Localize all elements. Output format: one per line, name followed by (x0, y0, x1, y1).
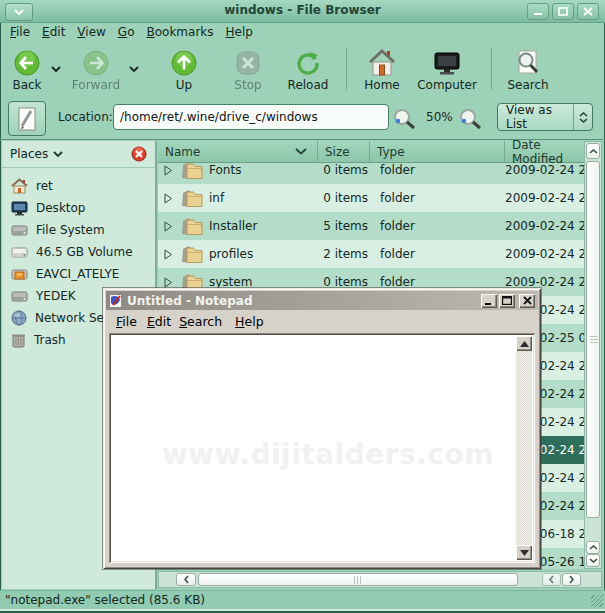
notepad-scroll-up-button[interactable] (516, 336, 532, 351)
hard-drive-icon (11, 245, 28, 259)
file-name: Installer (209, 219, 257, 233)
notepad-app-icon (109, 294, 123, 308)
notepad-titlebar[interactable]: Untitled - Notepad (106, 291, 538, 310)
menu-edit[interactable]: Edit (42, 25, 65, 39)
folder-icon (179, 163, 203, 180)
notepad-window: Untitled - Notepad File Edit Search Help (103, 288, 541, 569)
sidebar-item-file-system[interactable]: File System (2, 219, 155, 241)
notepad-menubar: File Edit Search Help (106, 311, 538, 332)
table-row[interactable]: profiles 2 items folder 2009-02-24 23:2 (158, 240, 584, 268)
sidebar-item-eavci-atelye[interactable]: EAVCI_ATELYE (2, 263, 155, 285)
notepad-close-button[interactable] (519, 294, 535, 308)
hard-drive-icon (11, 223, 28, 237)
horizontal-scroll-thumb[interactable] (198, 573, 518, 586)
vertical-scroll-thumb[interactable] (586, 161, 600, 518)
chevron-down-icon (129, 66, 139, 72)
notepad-scroll-down-button[interactable] (516, 545, 532, 560)
up-arrow-icon (169, 48, 199, 78)
view-mode-combo[interactable]: View as List (497, 103, 593, 131)
menu-view[interactable]: View (77, 25, 105, 39)
places-header[interactable]: Places (2, 141, 155, 168)
location-input[interactable] (113, 104, 389, 130)
table-row[interactable]: Installer 5 items folder 2009-02-24 23:2 (158, 212, 584, 240)
menu-go[interactable]: Go (118, 25, 135, 39)
notepad-menu-help[interactable]: Help (235, 314, 264, 329)
chevron-up-icon (589, 149, 598, 154)
file-name: inf (209, 191, 224, 205)
table-row[interactable]: inf 0 items folder 2009-02-24 23:2 (158, 184, 584, 212)
expander-icon[interactable] (164, 277, 173, 288)
edit-location-button[interactable] (8, 101, 46, 136)
back-button[interactable]: Back (6, 48, 48, 91)
notepad-menu-file[interactable]: File (116, 314, 137, 329)
column-header-size[interactable]: Size (318, 141, 370, 162)
toolbar: Back Forward Up (0, 42, 605, 96)
chevron-left-icon (184, 575, 189, 584)
menubar: File Edit View Go Bookmarks Help (0, 22, 605, 42)
sidebar-item-desktop[interactable]: Desktop (2, 197, 155, 219)
scroll-right-button[interactable] (562, 573, 581, 586)
search-icon (513, 48, 543, 78)
column-header-type[interactable]: Type (370, 141, 505, 162)
minimize-button[interactable] (527, 3, 549, 20)
close-button[interactable] (577, 3, 599, 20)
search-button[interactable]: Search (504, 48, 552, 91)
notepad-title: Untitled - Notepad (127, 294, 253, 308)
scroll-up-button-2[interactable] (586, 541, 600, 554)
zoom-out-icon (392, 108, 418, 130)
computer-button[interactable]: Computer (415, 48, 479, 91)
desktop-icon (11, 201, 28, 216)
chevron-up-icon (579, 112, 588, 117)
up-button[interactable]: Up (164, 48, 204, 91)
resize-grip[interactable] (591, 595, 603, 607)
close-sidebar-button[interactable] (131, 146, 147, 162)
triangle-down-icon (520, 550, 529, 556)
forward-history-dropdown[interactable] (126, 49, 142, 89)
column-header-date-modified[interactable]: Date Modified (505, 141, 584, 162)
sidebar-item-ret[interactable]: ret (2, 175, 155, 197)
notepad-maximize-button[interactable] (499, 294, 515, 308)
home-button[interactable]: Home (359, 48, 405, 91)
zoom-in-button[interactable] (458, 108, 484, 130)
file-size: 0 items (323, 191, 368, 205)
vertical-scrollbar[interactable] (584, 141, 602, 569)
zoom-out-button[interactable] (392, 108, 418, 130)
stop-button[interactable]: Stop (226, 48, 270, 91)
file-type: folder (380, 219, 503, 233)
notepad-menu-search[interactable]: Search (179, 314, 222, 329)
sidebar-item-volume[interactable]: 46.5 GB Volume (2, 241, 155, 263)
notepad-minimize-button[interactable] (481, 294, 497, 308)
name-cell: Installer (158, 216, 323, 236)
usb-drive-icon (11, 267, 28, 281)
notepad-vertical-scrollbar[interactable] (516, 336, 532, 560)
file-size: 5 items (323, 219, 368, 233)
back-history-dropdown[interactable] (48, 49, 64, 89)
forward-button[interactable]: Forward (70, 48, 122, 91)
expander-icon[interactable] (164, 221, 173, 232)
folder-icon (179, 188, 203, 208)
file-type: folder (380, 163, 503, 177)
horizontal-scrollbar[interactable] (158, 571, 602, 588)
name-cell: Fonts (158, 163, 323, 180)
scroll-down-button[interactable] (586, 554, 600, 567)
table-row[interactable]: Fonts 0 items folder 2009-02-24 23:2 (158, 163, 584, 184)
scroll-up-button[interactable] (586, 143, 600, 159)
expander-icon[interactable] (164, 249, 173, 260)
notepad-text-area[interactable] (109, 333, 535, 563)
reload-button[interactable]: Reload (282, 48, 334, 91)
file-date: 2009-02-24 23:2 (505, 163, 584, 177)
menu-file[interactable]: File (10, 25, 30, 39)
expander-icon[interactable] (164, 193, 173, 204)
scroll-left-button-2[interactable] (542, 573, 561, 586)
column-header-name[interactable]: Name (158, 141, 318, 162)
zoom-in-icon (458, 108, 484, 130)
close-red-icon (131, 146, 147, 162)
menu-bookmarks[interactable]: Bookmarks (146, 25, 213, 39)
scroll-left-button[interactable] (176, 573, 196, 586)
maximize-button[interactable] (552, 3, 574, 20)
file-date: 2009-02-24 23:2 (505, 247, 584, 261)
menu-help[interactable]: Help (226, 25, 253, 39)
toolbar-separator (346, 48, 347, 90)
expander-icon[interactable] (164, 165, 173, 176)
notepad-menu-edit[interactable]: Edit (147, 314, 171, 329)
